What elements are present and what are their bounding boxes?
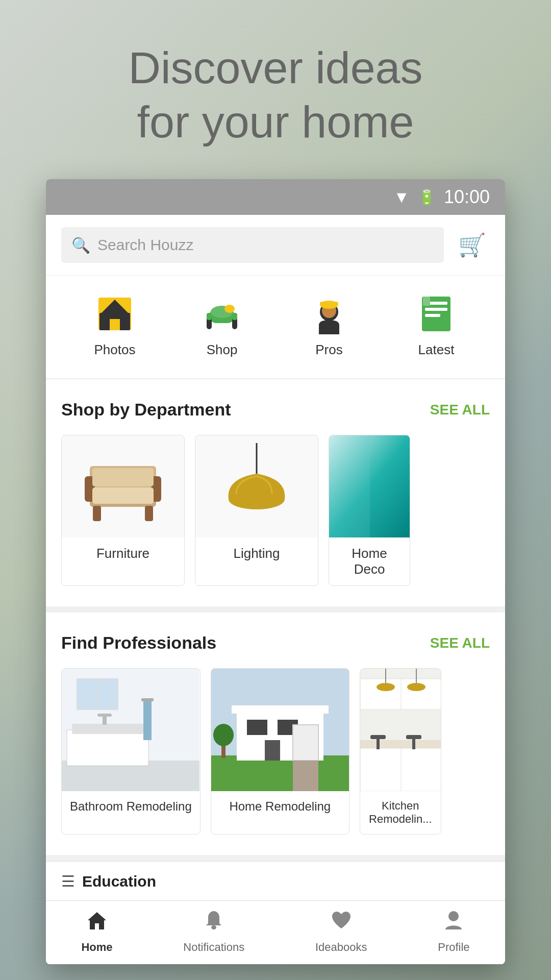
home-remodeling-card-image: [211, 669, 349, 791]
svg-marker-68: [88, 912, 106, 929]
search-placeholder: Search Houzz: [97, 236, 193, 254]
find-pros-title: Find Professionals: [61, 633, 216, 653]
svg-rect-66: [406, 735, 421, 739]
prof-card-bathroom[interactable]: Bathroom Remodeling: [61, 668, 201, 835]
bottom-nav: Home Notifications Ideabooks: [46, 900, 505, 964]
svg-rect-8: [232, 313, 237, 320]
pros-icon: [309, 293, 349, 334]
home-icon-svg: [86, 909, 108, 932]
bottom-nav-ideabooks[interactable]: Ideabooks: [300, 909, 383, 954]
cart-icon: 🛒: [458, 232, 486, 258]
hero-section: Discover ideas for your home: [0, 0, 551, 179]
svg-point-10: [224, 305, 235, 313]
nav-item-pros[interactable]: Pros: [296, 286, 362, 363]
prof-card-home-remodeling[interactable]: Home Remodeling: [211, 668, 349, 835]
bottom-nav-notifications[interactable]: Notifications: [168, 909, 260, 954]
svg-rect-26: [92, 487, 154, 504]
person-icon-svg: [442, 909, 465, 932]
find-pros-header: Find Professionals SEE ALL: [61, 633, 490, 653]
hero-title-line1: Discover ideas: [128, 42, 422, 93]
section-divider-2: [46, 855, 505, 861]
latest-icon-container: [413, 291, 459, 337]
lighting-svg: [206, 443, 308, 530]
kitchen-card-image: [360, 669, 441, 791]
section-divider-1: [46, 606, 505, 612]
svg-point-52: [213, 724, 234, 746]
status-bar: ▼ 🔋 10:00: [46, 179, 505, 215]
heart-icon-svg: [330, 909, 353, 932]
svg-rect-31: [329, 435, 370, 537]
bell-icon-svg: [203, 909, 225, 932]
svg-point-63: [407, 683, 425, 691]
lighting-card-image: [195, 435, 318, 537]
shop-icon: [202, 293, 242, 334]
education-section-partial: ☰ Education: [46, 861, 505, 900]
svg-point-61: [377, 683, 395, 691]
svg-marker-53: [293, 761, 318, 791]
profile-nav-label: Profile: [438, 941, 469, 954]
time-display: 10:00: [444, 186, 490, 208]
find-pros-see-all[interactable]: SEE ALL: [430, 635, 490, 651]
nav-item-latest[interactable]: Latest: [403, 286, 469, 363]
svg-rect-39: [143, 699, 152, 740]
shop-icon-container: [199, 291, 245, 337]
nav-item-shop[interactable]: Shop: [189, 286, 255, 363]
quick-nav: Photos Shop: [46, 276, 505, 379]
svg-rect-49: [265, 740, 280, 761]
home-deco-svg: [329, 435, 410, 537]
search-area: 🔍 Search Houzz 🛒: [46, 215, 505, 276]
svg-rect-46: [232, 705, 329, 714]
pros-icon-container: [306, 291, 352, 337]
dept-card-lighting[interactable]: Lighting: [195, 435, 318, 586]
home-remodeling-card-label: Home Remodeling: [211, 791, 349, 822]
latest-label: Latest: [418, 342, 455, 358]
bathroom-card-image: [62, 669, 199, 791]
bottom-nav-profile[interactable]: Profile: [422, 909, 485, 954]
notifications-nav-label: Notifications: [183, 941, 244, 954]
home-deco-card-label: Home Deco: [329, 537, 410, 585]
home-remodeling-svg: [211, 669, 349, 791]
shop-dept-header: Shop by Department SEE ALL: [61, 400, 490, 420]
svg-rect-17: [425, 308, 447, 311]
kitchen-svg: [360, 669, 441, 791]
svg-rect-27: [92, 468, 154, 486]
svg-rect-44: [211, 755, 349, 791]
nav-item-photos[interactable]: Photos: [82, 286, 148, 363]
battery-icon: 🔋: [418, 189, 436, 206]
svg-rect-38: [97, 714, 112, 717]
svg-rect-50: [293, 725, 318, 761]
find-pros-section: Find Professionals SEE ALL: [46, 612, 505, 855]
cart-button[interactable]: 🛒: [454, 227, 490, 263]
shop-by-dept-section: Shop by Department SEE ALL: [46, 379, 505, 606]
furniture-card-image: [62, 435, 184, 537]
main-content: Shop by Department SEE ALL: [46, 379, 505, 900]
bottom-nav-home[interactable]: Home: [66, 909, 128, 954]
kitchen-card-label: Kitchen Remodelin...: [360, 791, 441, 834]
svg-rect-65: [377, 739, 380, 749]
svg-point-70: [448, 911, 459, 921]
svg-rect-3: [110, 319, 120, 330]
ideabooks-nav-label: Ideabooks: [315, 941, 367, 954]
shop-dept-see-all[interactable]: SEE ALL: [430, 402, 490, 418]
prof-cards-list: Bathroom Remodeling: [61, 668, 490, 840]
education-title: Education: [82, 873, 156, 890]
wifi-icon: ▼: [393, 188, 410, 207]
home-nav-label: Home: [81, 941, 112, 954]
furniture-card-label: Furniture: [62, 537, 184, 570]
svg-rect-36: [72, 724, 143, 734]
dept-card-home-deco[interactable]: Home Deco: [329, 435, 410, 586]
shop-label: Shop: [207, 342, 238, 358]
svg-rect-23: [145, 506, 153, 521]
search-icon: 🔍: [71, 236, 90, 254]
lighting-card-label: Lighting: [195, 537, 318, 570]
home-nav-icon: [86, 909, 108, 937]
prof-card-kitchen[interactable]: Kitchen Remodelin...: [360, 668, 441, 835]
search-bar[interactable]: 🔍 Search Houzz: [61, 227, 444, 263]
education-icon: ☰: [61, 872, 75, 890]
svg-rect-67: [412, 739, 415, 749]
svg-rect-18: [425, 314, 440, 317]
svg-rect-22: [93, 506, 101, 521]
profile-nav-icon: [442, 909, 465, 937]
bathroom-card-label: Bathroom Remodeling: [62, 791, 200, 822]
dept-card-furniture[interactable]: Furniture: [61, 435, 185, 586]
